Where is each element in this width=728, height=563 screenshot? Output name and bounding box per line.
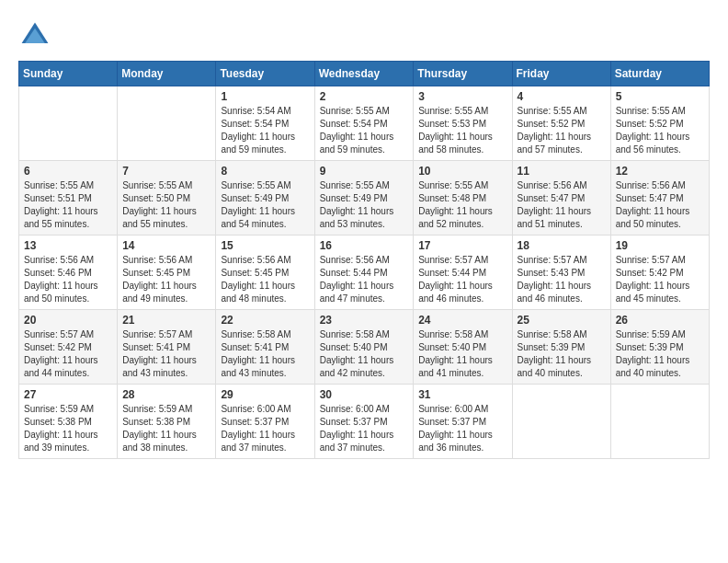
day-number: 16 <box>320 239 409 252</box>
day-number: 23 <box>320 314 409 327</box>
calendar-cell: 20Sunrise: 5:57 AM Sunset: 5:42 PM Dayli… <box>19 310 118 385</box>
calendar-cell: 4Sunrise: 5:55 AM Sunset: 5:52 PM Daylig… <box>512 86 610 161</box>
day-number: 6 <box>24 165 112 178</box>
calendar-cell: 12Sunrise: 5:56 AM Sunset: 5:47 PM Dayli… <box>610 161 709 236</box>
day-number: 5 <box>616 90 704 103</box>
logo-icon <box>18 18 51 52</box>
cell-content: Sunrise: 5:55 AM Sunset: 5:53 PM Dayligh… <box>418 105 506 156</box>
day-number: 17 <box>418 239 506 252</box>
cell-content: Sunrise: 5:59 AM Sunset: 5:38 PM Dayligh… <box>122 403 210 454</box>
calendar-cell: 19Sunrise: 5:57 AM Sunset: 5:42 PM Dayli… <box>610 236 709 310</box>
day-number: 15 <box>221 239 309 252</box>
day-number: 25 <box>518 314 606 327</box>
calendar-cell: 5Sunrise: 5:55 AM Sunset: 5:52 PM Daylig… <box>610 86 709 161</box>
calendar-table: SundayMondayTuesdayWednesdayThursdayFrid… <box>18 61 710 459</box>
cell-content: Sunrise: 5:57 AM Sunset: 5:42 PM Dayligh… <box>616 254 704 305</box>
cell-content: Sunrise: 5:55 AM Sunset: 5:50 PM Dayligh… <box>122 179 210 231</box>
cell-content: Sunrise: 5:56 AM Sunset: 5:45 PM Dayligh… <box>221 254 309 305</box>
cell-content: Sunrise: 5:57 AM Sunset: 5:44 PM Dayligh… <box>418 254 506 305</box>
calendar-week-row: 20Sunrise: 5:57 AM Sunset: 5:42 PM Dayli… <box>19 310 710 385</box>
cell-content: Sunrise: 5:56 AM Sunset: 5:46 PM Dayligh… <box>24 254 112 305</box>
day-number: 24 <box>418 314 506 327</box>
day-number: 19 <box>616 239 704 252</box>
cell-content: Sunrise: 5:56 AM Sunset: 5:44 PM Dayligh… <box>320 254 409 305</box>
day-number: 18 <box>518 239 606 252</box>
calendar-cell <box>19 86 118 161</box>
cell-content: Sunrise: 5:56 AM Sunset: 5:45 PM Dayligh… <box>122 254 210 305</box>
day-number: 3 <box>418 90 506 103</box>
cell-content: Sunrise: 5:55 AM Sunset: 5:52 PM Dayligh… <box>616 105 704 156</box>
day-number: 9 <box>320 165 409 178</box>
calendar-header-row: SundayMondayTuesdayWednesdayThursdayFrid… <box>19 62 710 86</box>
calendar-cell <box>610 385 709 459</box>
cell-content: Sunrise: 5:58 AM Sunset: 5:40 PM Dayligh… <box>418 328 506 380</box>
calendar-cell: 25Sunrise: 5:58 AM Sunset: 5:39 PM Dayli… <box>512 310 610 385</box>
calendar-cell: 10Sunrise: 5:55 AM Sunset: 5:48 PM Dayli… <box>414 161 512 236</box>
cell-content: Sunrise: 6:00 AM Sunset: 5:37 PM Dayligh… <box>320 403 409 454</box>
day-number: 14 <box>122 239 210 252</box>
cell-content: Sunrise: 5:59 AM Sunset: 5:38 PM Dayligh… <box>24 403 112 454</box>
cell-content: Sunrise: 5:54 AM Sunset: 5:54 PM Dayligh… <box>221 105 309 156</box>
calendar-cell: 8Sunrise: 5:55 AM Sunset: 5:49 PM Daylig… <box>216 161 314 236</box>
cell-content: Sunrise: 5:55 AM Sunset: 5:49 PM Dayligh… <box>320 179 409 231</box>
cell-content: Sunrise: 5:59 AM Sunset: 5:39 PM Dayligh… <box>616 328 704 380</box>
cell-content: Sunrise: 5:58 AM Sunset: 5:41 PM Dayligh… <box>221 328 309 380</box>
calendar-cell: 23Sunrise: 5:58 AM Sunset: 5:40 PM Dayli… <box>314 310 414 385</box>
calendar-cell <box>118 86 216 161</box>
day-number: 1 <box>221 90 309 103</box>
calendar-week-row: 1Sunrise: 5:54 AM Sunset: 5:54 PM Daylig… <box>19 86 710 161</box>
calendar-cell: 16Sunrise: 5:56 AM Sunset: 5:44 PM Dayli… <box>314 236 414 310</box>
cell-content: Sunrise: 5:57 AM Sunset: 5:41 PM Dayligh… <box>122 328 210 380</box>
day-number: 2 <box>320 90 409 103</box>
day-number: 31 <box>418 388 506 401</box>
cell-content: Sunrise: 5:55 AM Sunset: 5:48 PM Dayligh… <box>418 179 506 231</box>
cell-content: Sunrise: 5:57 AM Sunset: 5:43 PM Dayligh… <box>518 254 606 305</box>
cell-content: Sunrise: 6:00 AM Sunset: 5:37 PM Dayligh… <box>418 403 506 454</box>
calendar-header-wednesday: Wednesday <box>314 62 414 86</box>
cell-content: Sunrise: 5:55 AM Sunset: 5:52 PM Dayligh… <box>518 105 606 156</box>
day-number: 8 <box>221 165 309 178</box>
calendar-header-friday: Friday <box>512 62 610 86</box>
day-number: 22 <box>221 314 309 327</box>
calendar-cell: 28Sunrise: 5:59 AM Sunset: 5:38 PM Dayli… <box>118 385 216 459</box>
calendar-header-tuesday: Tuesday <box>216 62 314 86</box>
calendar-cell: 31Sunrise: 6:00 AM Sunset: 5:37 PM Dayli… <box>414 385 512 459</box>
cell-content: Sunrise: 5:55 AM Sunset: 5:51 PM Dayligh… <box>24 179 112 231</box>
calendar-cell: 22Sunrise: 5:58 AM Sunset: 5:41 PM Dayli… <box>216 310 314 385</box>
day-number: 26 <box>616 314 704 327</box>
day-number: 13 <box>24 239 112 252</box>
cell-content: Sunrise: 5:57 AM Sunset: 5:42 PM Dayligh… <box>24 328 112 380</box>
calendar-cell: 7Sunrise: 5:55 AM Sunset: 5:50 PM Daylig… <box>118 161 216 236</box>
calendar-header-saturday: Saturday <box>610 62 709 86</box>
day-number: 7 <box>122 165 210 178</box>
calendar-cell: 26Sunrise: 5:59 AM Sunset: 5:39 PM Dayli… <box>610 310 709 385</box>
calendar-cell: 6Sunrise: 5:55 AM Sunset: 5:51 PM Daylig… <box>19 161 118 236</box>
calendar-cell: 29Sunrise: 6:00 AM Sunset: 5:37 PM Dayli… <box>216 385 314 459</box>
calendar-cell: 24Sunrise: 5:58 AM Sunset: 5:40 PM Dayli… <box>414 310 512 385</box>
day-number: 21 <box>122 314 210 327</box>
day-number: 10 <box>418 165 506 178</box>
calendar-cell: 9Sunrise: 5:55 AM Sunset: 5:49 PM Daylig… <box>314 161 414 236</box>
calendar-cell: 21Sunrise: 5:57 AM Sunset: 5:41 PM Dayli… <box>118 310 216 385</box>
day-number: 30 <box>320 388 409 401</box>
cell-content: Sunrise: 5:55 AM Sunset: 5:54 PM Dayligh… <box>320 105 409 156</box>
day-number: 28 <box>122 388 210 401</box>
cell-content: Sunrise: 5:56 AM Sunset: 5:47 PM Dayligh… <box>616 179 704 231</box>
calendar-header-sunday: Sunday <box>19 62 118 86</box>
cell-content: Sunrise: 5:58 AM Sunset: 5:39 PM Dayligh… <box>518 328 606 380</box>
day-number: 11 <box>518 165 606 178</box>
calendar-cell: 13Sunrise: 5:56 AM Sunset: 5:46 PM Dayli… <box>19 236 118 310</box>
calendar-week-row: 6Sunrise: 5:55 AM Sunset: 5:51 PM Daylig… <box>19 161 710 236</box>
cell-content: Sunrise: 5:58 AM Sunset: 5:40 PM Dayligh… <box>320 328 409 380</box>
day-number: 27 <box>24 388 112 401</box>
calendar-cell: 27Sunrise: 5:59 AM Sunset: 5:38 PM Dayli… <box>19 385 118 459</box>
calendar-cell: 14Sunrise: 5:56 AM Sunset: 5:45 PM Dayli… <box>118 236 216 310</box>
logo <box>18 18 57 52</box>
day-number: 29 <box>221 388 309 401</box>
page-header <box>18 18 710 52</box>
cell-content: Sunrise: 5:55 AM Sunset: 5:49 PM Dayligh… <box>221 179 309 231</box>
calendar-cell: 11Sunrise: 5:56 AM Sunset: 5:47 PM Dayli… <box>512 161 610 236</box>
calendar-header-monday: Monday <box>118 62 216 86</box>
day-number: 4 <box>518 90 606 103</box>
calendar-week-row: 27Sunrise: 5:59 AM Sunset: 5:38 PM Dayli… <box>19 385 710 459</box>
